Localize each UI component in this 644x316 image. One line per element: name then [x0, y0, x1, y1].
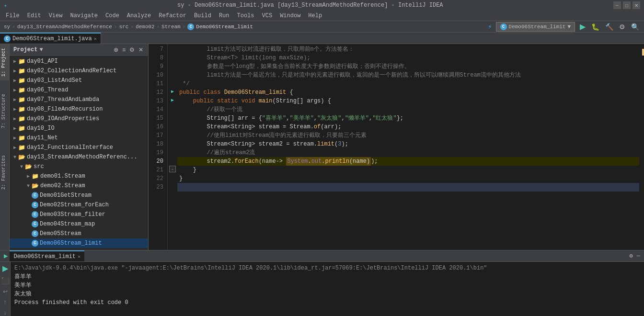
build-button[interactable]: 🔨 — [604, 23, 614, 31]
run-panel-more[interactable]: — — [637, 253, 640, 260]
scrollbar-track[interactable] — [641, 44, 644, 250]
tree-item-day09[interactable]: ▶ 📁 day09_IOAndProperties — [10, 114, 148, 124]
tree-arrow: ▶ — [12, 125, 18, 131]
menu-build[interactable]: Build — [190, 11, 215, 21]
kw-class: class — [203, 88, 224, 97]
search-toolbar-button[interactable]: 🔍 — [630, 23, 640, 31]
tree-label: day06_Thread — [27, 87, 68, 93]
project-locate-button[interactable]: ⊕ — [113, 46, 119, 53]
menu-view[interactable]: View — [45, 11, 67, 21]
tree-item-demo06limit[interactable]: C Demo06Stream_limit — [10, 238, 148, 248]
tree-item-demo05[interactable]: C Demo05Stream — [10, 229, 148, 238]
run-rerun-button[interactable]: ↩ — [1, 288, 10, 295]
menu-file[interactable]: File — [2, 11, 23, 21]
gutter-16 — [168, 122, 177, 130]
line-num-18: 18 — [149, 140, 163, 148]
tree-item-day12[interactable]: ▶ 📁 day12_FunctionalInterface — [10, 143, 148, 152]
tree-label: Demo06Stream_limit — [40, 240, 102, 247]
gutter-23 — [168, 182, 177, 191]
run-settings-button[interactable]: ⚙ — [630, 252, 633, 260]
close-button[interactable]: ✕ — [632, 1, 640, 9]
str-1: "喜羊羊" — [262, 114, 286, 123]
dropdown-demo06[interactable]: C Demo06Stream_limit ▼ — [496, 22, 575, 32]
tree-item-day13[interactable]: ▼ 📂 day13_StreamAndMethodReferenc... — [10, 152, 148, 162]
menu-refactor[interactable]: Refactor — [155, 11, 190, 21]
tree-item-day01[interactable]: ▶ 📁 day01_API — [10, 56, 148, 66]
plain — [179, 105, 207, 114]
fold-button-21[interactable]: - — [169, 166, 176, 172]
breadcrumb-src[interactable]: src — [119, 24, 128, 30]
menu-navigate[interactable]: Navigate — [66, 11, 102, 21]
project-collapse-button[interactable]: ≡ — [121, 46, 126, 53]
tree-arrow: ▶ — [12, 106, 18, 112]
gutter-12[interactable]: ▶ — [168, 87, 177, 96]
run-content[interactable]: E:\Java\jdk-9.0.4\bin\java.exe "-javaage… — [11, 262, 644, 316]
comment-text: //遍历stream2流 — [207, 148, 255, 157]
line-num-13: 13 — [149, 97, 163, 105]
side-tab-project[interactable]: 1: Project — [0, 44, 9, 80]
tree-item-day07[interactable]: ▶ 📁 day07_ThreadAndLambda — [10, 95, 148, 104]
menu-edit[interactable]: Edit — [23, 11, 45, 21]
tree-item-demo04map[interactable]: C Demo04Stream_map — [10, 219, 148, 229]
maximize-button[interactable]: □ — [623, 1, 631, 9]
run-down-button[interactable]: ↓ — [1, 309, 10, 316]
code-editor[interactable]: 7 8 9 10 11 12 13 14 15 16 17 18 19 20 2… — [149, 44, 644, 250]
comment-text: Stream<T> limit(long maxSize); — [179, 54, 310, 62]
menu-vcs[interactable]: VCS — [258, 11, 276, 21]
tree-item-referenc[interactable]: ▶ 📁 Referenc... — [10, 248, 148, 250]
settings-toolbar-button[interactable]: ⚙ — [618, 23, 626, 31]
tree-item-demo02stream[interactable]: ▼ 📂 demo02.Stream — [10, 181, 148, 191]
run-stop-button[interactable]: ⬛ — [1, 277, 10, 284]
line-num-15: 15 — [149, 114, 163, 123]
project-close-button[interactable]: ✕ — [138, 46, 144, 53]
method-println: println — [325, 158, 349, 165]
tree-item-demo01stream[interactable]: ▶ 📁 demo01.Stream — [10, 171, 148, 181]
project-dropdown-arrow[interactable]: ▼ — [39, 46, 43, 53]
tree-item-demo03filter[interactable]: C Demo03Stream_filter — [10, 210, 148, 219]
gutter-13[interactable]: ▶ — [168, 96, 177, 104]
comment-text: //使用limit对Stream流中的元素进行截取，只要前三个元素 — [207, 131, 367, 140]
breadcrumb-sy[interactable]: sy — [4, 24, 10, 30]
tree-item-day03[interactable]: ▶ 📁 day03_ListAndSet — [10, 76, 148, 85]
run-up-button[interactable]: ↑ — [1, 299, 10, 305]
menu-tools[interactable]: Tools — [233, 11, 258, 21]
side-tab-structure[interactable]: 7: Structure — [0, 90, 9, 132]
plain: } — [179, 166, 196, 174]
tab-close-button[interactable]: ✕ — [94, 36, 97, 42]
plain: (arr); — [321, 123, 341, 131]
menu-run[interactable]: Run — [215, 11, 233, 21]
breadcrumb-demo06[interactable]: Demo06Stream_limit — [196, 24, 253, 30]
menu-window[interactable]: Window — [276, 11, 304, 21]
side-tab-favorites[interactable]: 2: Favorites — [0, 151, 9, 193]
tree-item-day02[interactable]: ▶ 📁 day02_CollectionAndReflect — [10, 66, 148, 76]
menu-code[interactable]: Code — [102, 11, 123, 21]
dropdown-arrow: ▼ — [567, 24, 571, 30]
tab-class-icon: C — [4, 35, 11, 42]
breadcrumb-right: ⚡ C Demo06Stream_limit ▼ ▶ 🐛 🔨 ⚙ 🔍 — [488, 22, 640, 32]
tree-item-demo01get[interactable]: C Demo01GetStream — [10, 191, 148, 200]
run-left-sidebar: ▶ ⬛ ↩ ↑ ↓ — [0, 262, 11, 316]
tree-item-src[interactable]: ▼ 📂 src — [10, 162, 148, 171]
minimize-button[interactable]: − — [613, 1, 621, 9]
breadcrumb-demo02[interactable]: demo02 — [136, 24, 155, 30]
editor-tab-demo06[interactable]: C Demo06Stream_limit.java ✕ — [0, 33, 101, 44]
menu-analyze[interactable]: Analyze — [123, 11, 155, 21]
tree-item-day06[interactable]: ▶ 📁 day06_Thread — [10, 85, 148, 95]
app-icon: ✦ — [4, 2, 7, 9]
code-line-9: 参数是一个long型，如果集合当前长度大于参数则进行截取；否则不进行操作。 — [177, 62, 639, 71]
tree-item-demo02foreach[interactable]: C Demo02Stream_forEach — [10, 200, 148, 210]
tree-label: demo01.Stream — [40, 173, 85, 180]
breadcrumb-stream[interactable]: Stream — [161, 24, 181, 30]
menu-help[interactable]: Help — [304, 11, 326, 21]
debug-button[interactable]: 🐛 — [590, 23, 600, 31]
run-tab-close[interactable]: ✕ — [78, 254, 80, 260]
project-settings-button[interactable]: ⚙ — [128, 46, 136, 53]
code-content[interactable]: limit方法可以对流进行截取，只取用前n个。方法签名： Stream<T> l… — [177, 44, 639, 250]
tree-item-day10[interactable]: ▶ 📁 day10_IO — [10, 124, 148, 133]
run-button[interactable]: ▶ — [579, 22, 586, 31]
breadcrumb-day13[interactable]: day13_StreamAndMethodReference — [17, 24, 112, 30]
tree-item-day08[interactable]: ▶ 📁 day08_FileAndRecursion — [10, 104, 148, 114]
tree-item-day11[interactable]: ▶ 📁 day11_Net — [10, 133, 148, 143]
run-tab-demo06[interactable]: Demo06Stream_limit ✕ — [10, 250, 84, 261]
run-play-button[interactable]: ▶ — [1, 264, 10, 273]
